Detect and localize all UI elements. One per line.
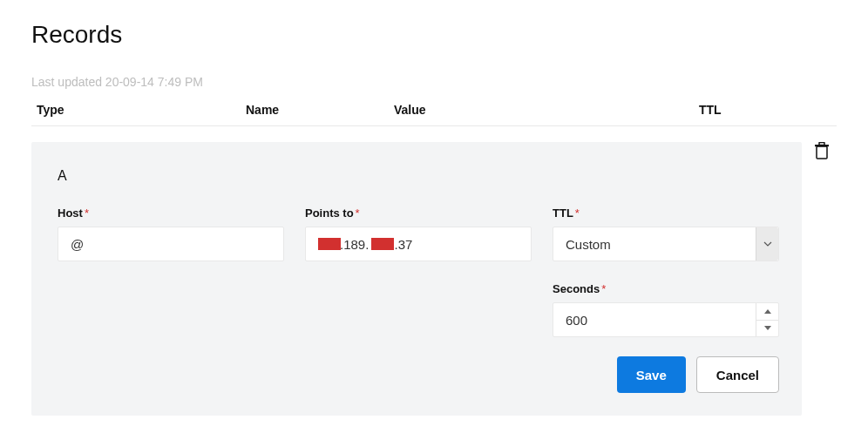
- ttl-field-group: TTL* Custom: [553, 206, 779, 261]
- cancel-button[interactable]: Cancel: [696, 356, 779, 393]
- column-header-type: Type: [31, 103, 246, 117]
- column-header-ttl: TTL: [699, 103, 837, 117]
- points-to-input[interactable]: .189. .37: [305, 227, 532, 261]
- number-spinner: [756, 303, 778, 336]
- host-field-group: Host* @: [58, 206, 284, 261]
- records-page: Records Last updated 20-09-14 7:49 PM Ty…: [0, 0, 868, 416]
- redaction-box: [318, 238, 341, 250]
- seconds-label: Seconds*: [553, 282, 779, 295]
- seconds-field-group: Seconds* 600: [553, 282, 779, 337]
- redaction-box: [371, 238, 394, 250]
- record-type: A: [58, 168, 779, 184]
- chevron-down-icon: [756, 227, 778, 261]
- spinner-down-icon[interactable]: [756, 321, 778, 337]
- required-star: *: [356, 206, 360, 220]
- ttl-select[interactable]: Custom: [553, 227, 779, 261]
- delete-button[interactable]: [807, 142, 837, 177]
- page-title: Records: [31, 21, 837, 49]
- record-edit-panel: A Host* @ Points to*: [31, 142, 802, 416]
- ttl-label: TTL*: [553, 206, 779, 220]
- save-button[interactable]: Save: [617, 356, 686, 393]
- host-input[interactable]: @: [58, 227, 284, 261]
- column-header-value: Value: [394, 103, 699, 117]
- last-updated: Last updated 20-09-14 7:49 PM: [31, 75, 837, 89]
- points-to-label: Points to*: [305, 206, 532, 220]
- seconds-input[interactable]: 600: [553, 302, 779, 337]
- spinner-up-icon[interactable]: [756, 303, 778, 321]
- required-star: *: [85, 206, 89, 220]
- column-header-name: Name: [246, 103, 394, 117]
- svg-rect-2: [819, 143, 824, 146]
- action-buttons: Save Cancel: [58, 356, 779, 393]
- host-label: Host*: [58, 206, 284, 220]
- trash-icon: [814, 142, 830, 159]
- records-table-header: Type Name Value TTL: [31, 103, 837, 126]
- points-to-field-group: Points to* .189. .37: [305, 206, 532, 261]
- required-star: *: [575, 206, 580, 220]
- required-star: *: [601, 282, 606, 295]
- svg-rect-0: [817, 146, 827, 159]
